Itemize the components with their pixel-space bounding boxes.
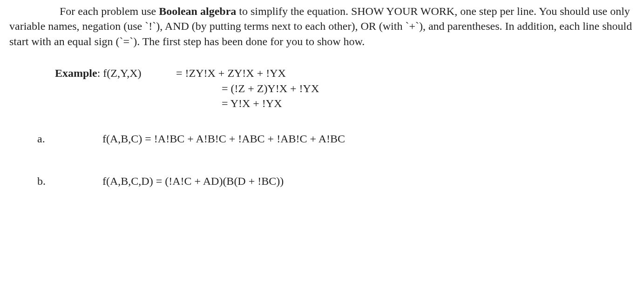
problem-expression: f(A,B,C) = !A!BC + A!B!C + !ABC + !AB!C … [102,131,345,146]
example-line-2: = Y!X + !YX [222,96,635,111]
problem-b: b. f(A,B,C,D) = (!A!C + AD)(B(D + !BC)) [9,174,635,188]
instructions-bold: Boolean algebra [159,5,236,17]
example-block: Example: f(Z,Y,X) = !ZY!X + ZY!X + !YX =… [55,66,635,111]
instructions-pre: For each problem use [60,5,159,17]
problem-letter: b. [37,174,65,188]
example-line-0: = !ZY!X + ZY!X + !YX [176,66,286,81]
instructions-paragraph: For each problem use Boolean algebra to … [9,4,635,49]
example-label-rest: : f(Z,Y,X) [97,67,142,79]
problem-letter: a. [37,131,65,146]
example-line-1: = (!Z + Z)Y!X + !YX [222,81,635,96]
problem-a: a. f(A,B,C) = !A!BC + A!B!C + !ABC + !AB… [9,131,635,146]
problem-expression: f(A,B,C,D) = (!A!C + AD)(B(D + !BC)) [102,174,284,188]
example-label: Example: f(Z,Y,X) [55,66,176,81]
example-label-bold: Example [55,67,97,79]
